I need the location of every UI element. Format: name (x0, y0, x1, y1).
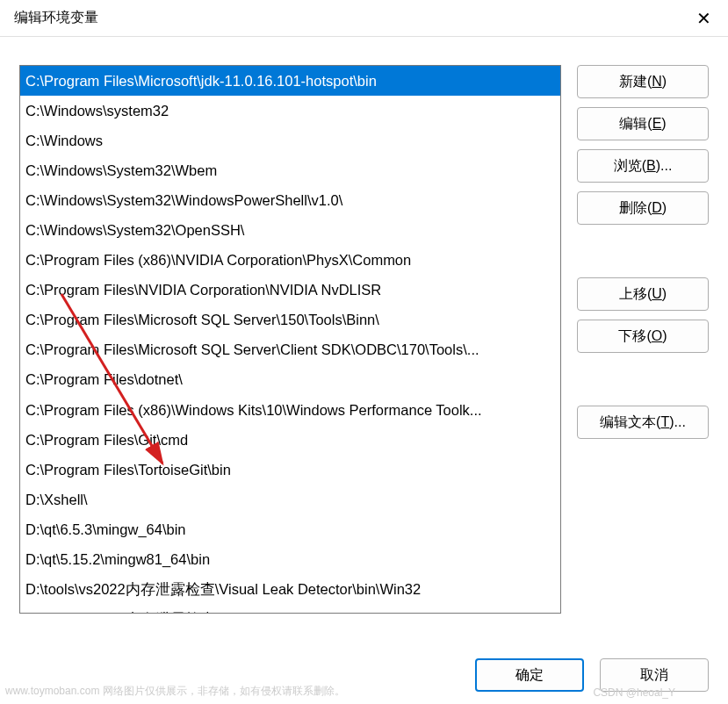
watermark-text: www.toymoban.com 网络图片仅供展示，非存储，如有侵权请联系删除。 (5, 684, 345, 699)
move-down-button[interactable]: 下移(O) (577, 320, 709, 353)
path-list-item[interactable]: C:\Windows\System32\OpenSSH\ (20, 215, 560, 245)
delete-button[interactable]: 删除(D) (577, 191, 709, 225)
edit-text-button[interactable]: 编辑文本(T)... (577, 406, 709, 439)
path-list-item[interactable]: C:\Windows\System32\WindowsPowerShell\v1… (20, 185, 560, 215)
path-list-item[interactable]: C:\Program Files (x86)\NVIDIA Corporatio… (20, 245, 560, 275)
path-list-item[interactable]: C:\Program Files\Microsoft\jdk-11.0.16.1… (20, 66, 560, 96)
ok-button[interactable]: 确定 (475, 658, 584, 692)
path-list-item[interactable]: D:\tools\vs2022内存泄露检查\Visual Leak Detect… (20, 604, 560, 614)
dialog-title: 编辑环境变量 (14, 9, 98, 27)
path-list-item[interactable]: C:\Program Files\NVIDIA Corporation\NVID… (20, 275, 560, 305)
path-listbox[interactable]: C:\Program Files\Microsoft\jdk-11.0.16.1… (19, 65, 561, 614)
watermark-author: CSDN @heoal_Y (593, 686, 675, 699)
titlebar: 编辑环境变量 ✕ (0, 0, 728, 37)
content-area: C:\Program Files\Microsoft\jdk-11.0.16.1… (0, 37, 728, 622)
close-icon[interactable]: ✕ (693, 8, 714, 29)
path-list-item[interactable]: C:\Windows\System32\Wbem (20, 155, 560, 185)
path-list-item[interactable]: C:\Program Files\TortoiseGit\bin (20, 455, 560, 485)
path-list-item[interactable]: C:\Program Files\Microsoft SQL Server\15… (20, 305, 560, 334)
path-list-item[interactable]: C:\Windows\system32 (20, 96, 560, 126)
path-list-item[interactable]: C:\Windows (20, 126, 560, 155)
edit-button[interactable]: 编辑(E) (577, 107, 709, 140)
browse-button[interactable]: 浏览(B)... (577, 149, 709, 183)
new-button[interactable]: 新建(N) (577, 65, 709, 98)
spacer (577, 233, 709, 269)
spacer (577, 362, 709, 397)
path-list-item[interactable]: D:\Xshell\ (20, 485, 560, 514)
move-up-button[interactable]: 上移(U) (577, 277, 709, 311)
path-list-item[interactable]: C:\Program Files\dotnet\ (20, 364, 560, 394)
path-list-item[interactable]: D:\qt\5.15.2\mingw81_64\bin (20, 544, 560, 574)
path-list-item[interactable]: C:\Program Files\Git\cmd (20, 425, 560, 455)
path-list-item[interactable]: C:\Program Files\Microsoft SQL Server\Cl… (20, 334, 560, 364)
path-list-item[interactable]: D:\tools\vs2022内存泄露检查\Visual Leak Detect… (20, 574, 560, 604)
path-list-item[interactable]: C:\Program Files (x86)\Windows Kits\10\W… (20, 395, 560, 425)
path-list-item[interactable]: D:\qt\6.5.3\mingw_64\bin (20, 514, 560, 544)
button-column: 新建(N) 编辑(E) 浏览(B)... 删除(D) 上移(U) 下移(O) 编… (577, 65, 709, 614)
